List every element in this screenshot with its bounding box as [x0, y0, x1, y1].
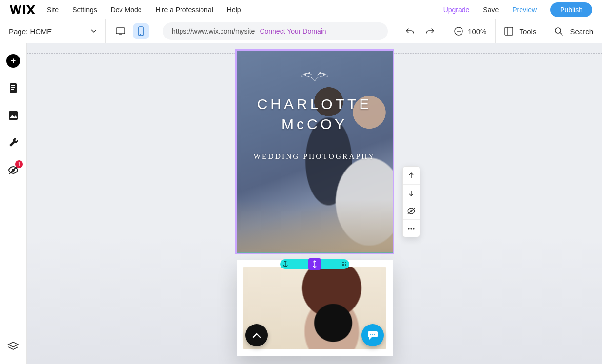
upgrade-link[interactable]: Upgrade: [443, 6, 470, 14]
svg-rect-11: [9, 111, 18, 120]
layers-button[interactable]: [6, 340, 20, 353]
chevron-down-icon: [91, 29, 97, 33]
zoom-control[interactable]: 100%: [445, 19, 496, 43]
divider-line: [305, 143, 324, 143]
menu-dev-mode[interactable]: Dev Mode: [111, 6, 142, 14]
svg-point-22: [345, 264, 346, 265]
anchor-icon: [280, 259, 291, 269]
notification-badge: 1: [15, 160, 23, 168]
redo-button[interactable]: [425, 27, 434, 35]
svg-point-31: [410, 228, 412, 229]
mobile-view-button[interactable]: [133, 23, 149, 39]
add-element-button[interactable]: +: [6, 54, 20, 68]
scroll-to-top-button[interactable]: [245, 324, 268, 346]
svg-point-26: [370, 334, 371, 335]
hero-section[interactable]: CHARLOTTE McCOY WEDDING PHOTOGRAPHY: [237, 51, 393, 253]
tools-label: Tools: [519, 27, 536, 36]
svg-point-23: [342, 265, 343, 266]
hero-title-line2: McCOY: [281, 116, 347, 132]
toolbar: Page: HOME https://www.wix.com/mysite Co…: [0, 19, 602, 43]
preview-link[interactable]: Preview: [512, 6, 537, 14]
svg-point-28: [374, 334, 375, 335]
more-options-button[interactable]: [403, 219, 420, 237]
selection-border: [237, 252, 393, 253]
page-label: Page: HOME: [9, 27, 52, 36]
svg-point-27: [372, 334, 373, 335]
svg-point-16: [323, 74, 324, 75]
menu-site[interactable]: Site: [47, 6, 59, 14]
device-toggle: [106, 19, 156, 43]
drag-vertical-icon[interactable]: [308, 258, 321, 270]
save-link[interactable]: Save: [483, 6, 499, 14]
hero-title-line1: CHARLOTTE: [257, 96, 372, 112]
arrange-panel: [402, 166, 420, 237]
svg-point-18: [343, 262, 344, 263]
left-rail: + 1: [0, 43, 27, 364]
svg-point-30: [408, 228, 409, 229]
scrollbar[interactable]: [27, 349, 32, 364]
hero-subtitle[interactable]: WEDDING PHOTOGRAPHY: [253, 152, 375, 161]
menu-hire[interactable]: Hire a Professional: [156, 6, 213, 14]
zoom-value: 100%: [468, 27, 486, 36]
undo-redo-section: [395, 19, 445, 43]
mobile-preview-frame: CHARLOTTE McCOY WEDDING PHOTOGRAPHY: [237, 51, 393, 356]
undo-button[interactable]: [406, 27, 415, 35]
svg-point-32: [413, 228, 414, 229]
section-resize-handle[interactable]: [280, 259, 349, 269]
top-menus: Site Settings Dev Mode Hire a Profession…: [47, 6, 241, 14]
connect-domain-link[interactable]: Connect Your Domain: [260, 27, 326, 35]
tools-panel-button[interactable]: [6, 136, 20, 150]
top-right-actions: Upgrade Save Preview Publish: [443, 2, 592, 17]
grip-icon: [339, 259, 349, 269]
svg-point-3: [140, 34, 141, 35]
svg-point-24: [343, 265, 344, 266]
svg-point-19: [345, 262, 346, 263]
search-label: Search: [570, 27, 593, 36]
divider-line: [305, 170, 324, 170]
svg-point-6: [555, 28, 561, 33]
chat-icon: [367, 330, 378, 340]
wix-logo: [10, 5, 36, 15]
svg-point-25: [345, 265, 346, 266]
svg-point-15: [319, 72, 321, 74]
pages-panel-button[interactable]: [6, 81, 20, 95]
chevron-up-icon: [252, 332, 261, 338]
floral-ornament-icon: [293, 68, 337, 82]
svg-rect-8: [11, 85, 15, 86]
svg-rect-7: [10, 83, 17, 93]
search-button[interactable]: Search: [545, 19, 602, 43]
menu-help[interactable]: Help: [227, 6, 241, 14]
svg-rect-5: [505, 27, 513, 35]
svg-point-17: [342, 262, 343, 263]
move-up-button[interactable]: [403, 167, 420, 184]
tools-button[interactable]: Tools: [496, 19, 545, 43]
hidden-elements-button[interactable]: 1: [6, 163, 20, 177]
url-bar[interactable]: https://www.wix.com/mysite Connect Your …: [163, 22, 388, 40]
hero-title[interactable]: CHARLOTTE McCOY: [257, 95, 372, 134]
page-selector[interactable]: Page: HOME: [0, 19, 106, 43]
svg-point-21: [343, 264, 344, 265]
url-section: https://www.wix.com/mysite Connect Your …: [156, 19, 395, 43]
chat-button[interactable]: [361, 324, 384, 346]
tools-icon: [504, 27, 513, 36]
svg-point-13: [304, 74, 306, 75]
top-menu-bar: Site Settings Dev Mode Hire a Profession…: [0, 0, 602, 19]
svg-rect-1: [116, 28, 125, 34]
move-down-button[interactable]: [403, 184, 420, 202]
plus-icon: +: [11, 56, 16, 66]
hide-element-button[interactable]: [403, 202, 420, 219]
svg-rect-0: [23, 5, 25, 14]
zoom-out-icon: [454, 27, 463, 36]
menu-settings[interactable]: Settings: [72, 6, 97, 14]
svg-rect-9: [11, 87, 15, 88]
search-icon: [554, 27, 563, 36]
svg-point-14: [308, 72, 310, 74]
svg-point-20: [342, 264, 343, 265]
background-panel-button[interactable]: [6, 109, 20, 122]
desktop-view-button[interactable]: [113, 23, 128, 39]
editor-canvas[interactable]: CHARLOTTE McCOY WEDDING PHOTOGRAPHY: [27, 43, 602, 364]
svg-rect-10: [11, 89, 14, 90]
site-url: https://www.wix.com/mysite: [172, 27, 255, 35]
publish-button[interactable]: Publish: [550, 2, 592, 17]
